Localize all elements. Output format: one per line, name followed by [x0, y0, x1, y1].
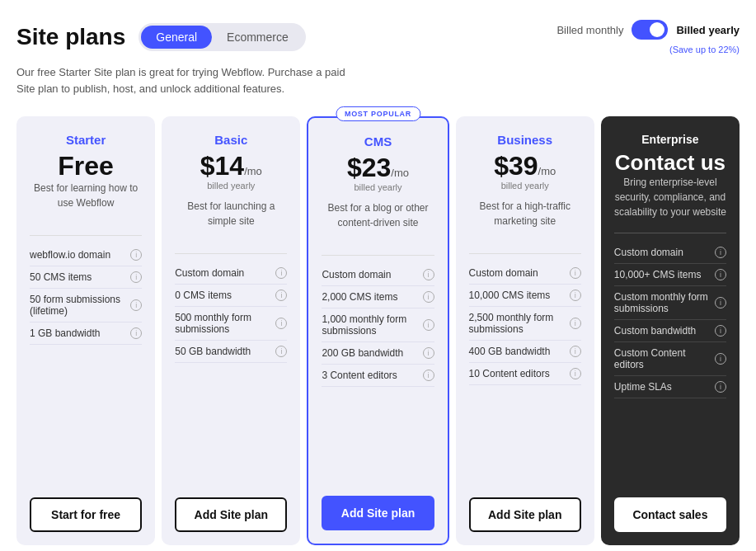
feature-info-icon-cms-1[interactable]: i	[423, 291, 434, 303]
cta-button-basic[interactable]: Add Site plan	[175, 497, 287, 532]
feature-info-icon-enterprise-5[interactable]: i	[715, 381, 726, 393]
plan-cta-enterprise: Contact sales	[614, 484, 726, 532]
feature-text-enterprise-4: Custom Content editors	[614, 347, 715, 370]
feature-text-enterprise-0: Custom domain	[614, 247, 683, 258]
feature-info-icon-basic-0[interactable]: i	[275, 267, 287, 279]
feature-text-starter-1: 50 CMS items	[30, 271, 92, 283]
plan-billed-business: billed yearly	[469, 181, 581, 191]
feature-info-icon-business-4[interactable]: i	[570, 368, 581, 379]
feature-item-business-0: Custom domain i	[469, 262, 581, 285]
feature-info-icon-business-0[interactable]: i	[570, 267, 581, 279]
feature-text-enterprise-1: 10,000+ CMS items	[614, 269, 702, 280]
feature-text-starter-3: 1 GB bandwidth	[30, 327, 100, 339]
feature-info-icon-enterprise-0[interactable]: i	[715, 247, 726, 258]
feature-text-enterprise-2: Custom monthly form submissions	[614, 291, 715, 314]
feature-info-icon-starter-1[interactable]: i	[130, 271, 142, 283]
features-divider-basic	[175, 253, 287, 254]
feature-item-basic-3: 50 GB bandwidth i	[175, 341, 287, 363]
tab-general[interactable]: General	[141, 26, 212, 49]
feature-item-enterprise-3: Custom bandwidth i	[614, 320, 726, 342]
feature-info-icon-cms-0[interactable]: i	[423, 269, 434, 280]
feature-item-enterprise-1: 10,000+ CMS items i	[614, 264, 726, 286]
feature-text-starter-0: webflow.io domain	[30, 249, 110, 261]
feature-info-icon-cms-4[interactable]: i	[423, 370, 434, 381]
plan-name-basic: Basic	[175, 133, 287, 147]
feature-info-icon-starter-2[interactable]: i	[130, 299, 142, 311]
cta-button-starter[interactable]: Start for free	[30, 497, 142, 532]
most-popular-badge: MOST POPULAR	[336, 106, 420, 121]
plan-desc-enterprise: Bring enterprise-level security, complia…	[614, 175, 726, 219]
feature-info-icon-cms-2[interactable]: i	[423, 319, 434, 331]
plan-name-cms: CMS	[322, 134, 434, 148]
plan-desc-starter: Best for learning how to use Webflow	[30, 181, 142, 222]
plan-billed-cms: billed yearly	[322, 182, 434, 192]
features-divider-enterprise	[614, 233, 726, 233]
feature-info-icon-basic-2[interactable]: i	[275, 318, 287, 329]
plan-name-business: Business	[469, 133, 581, 147]
plan-card-business: Business$39/mobilled yearlyBest for a hi…	[456, 116, 594, 545]
feature-item-enterprise-2: Custom monthly form submissions i	[614, 286, 726, 320]
plan-name-starter: Starter	[30, 133, 142, 147]
feature-info-icon-basic-3[interactable]: i	[275, 346, 287, 357]
feature-text-cms-4: 3 Content editors	[322, 370, 397, 381]
plan-desc-basic: Best for launching a simple site	[175, 199, 287, 240]
feature-item-enterprise-4: Custom Content editors i	[614, 342, 726, 376]
feature-info-icon-cms-3[interactable]: i	[423, 347, 434, 359]
cta-button-cms[interactable]: Add Site plan	[322, 496, 434, 530]
feature-info-icon-starter-3[interactable]: i	[130, 327, 142, 339]
feature-text-starter-2: 50 form submissions (lifetime)	[30, 294, 130, 317]
features-divider-cms	[322, 255, 434, 256]
tab-group: General Ecommerce	[139, 23, 306, 51]
plan-price-starter: Free	[30, 152, 142, 181]
feature-info-icon-business-3[interactable]: i	[570, 346, 581, 357]
plan-price-business: $39/mo	[469, 152, 581, 181]
feature-item-cms-3: 200 GB bandwidth i	[322, 342, 434, 365]
feature-item-basic-1: 0 CMS items i	[175, 285, 287, 307]
plan-cta-basic: Add Site plan	[175, 484, 287, 532]
cta-button-enterprise[interactable]: Contact sales	[614, 497, 726, 532]
feature-info-icon-enterprise-1[interactable]: i	[715, 269, 726, 280]
plan-billed-basic: billed yearly	[175, 181, 287, 191]
plans-container: StarterFreeBest for learning how to use …	[16, 116, 740, 545]
tab-ecommerce[interactable]: Ecommerce	[212, 26, 303, 49]
feature-item-basic-2: 500 monthly form submissions i	[175, 307, 287, 341]
feature-info-icon-enterprise-2[interactable]: i	[715, 297, 726, 308]
feature-text-business-3: 400 GB bandwidth	[469, 346, 551, 357]
feature-item-starter-0: webflow.io domain i	[30, 244, 142, 266]
feature-info-icon-starter-0[interactable]: i	[130, 249, 142, 261]
plan-price-basic: $14/mo	[175, 152, 287, 181]
plan-desc-cms: Best for a blog or other content-driven …	[322, 200, 434, 242]
feature-text-cms-3: 200 GB bandwidth	[322, 347, 403, 359]
feature-info-icon-enterprise-4[interactable]: i	[715, 353, 726, 365]
plan-price-enterprise: Contact us	[614, 151, 726, 175]
feature-text-cms-0: Custom domain	[322, 269, 391, 280]
billing-toggle[interactable]	[632, 20, 668, 40]
plan-price-cms: $23/mo	[322, 153, 434, 182]
billing-monthly-label: Billed monthly	[556, 24, 623, 36]
feature-info-icon-basic-1[interactable]: i	[275, 290, 287, 301]
feature-item-enterprise-0: Custom domain i	[614, 242, 726, 264]
plan-card-basic: Basic$14/mobilled yearlyBest for launchi…	[162, 116, 300, 545]
plan-cta-starter: Start for free	[30, 484, 142, 532]
feature-info-icon-business-2[interactable]: i	[570, 318, 581, 329]
feature-item-cms-1: 2,000 CMS items i	[322, 286, 434, 308]
feature-item-cms-4: 3 Content editors i	[322, 365, 434, 387]
plan-cta-business: Add Site plan	[469, 484, 581, 532]
feature-item-business-4: 10 Content editors i	[469, 363, 581, 385]
feature-info-icon-enterprise-3[interactable]: i	[715, 325, 726, 337]
cta-button-business[interactable]: Add Site plan	[469, 497, 581, 532]
feature-item-starter-1: 50 CMS items i	[30, 266, 142, 289]
feature-info-icon-business-1[interactable]: i	[570, 290, 581, 301]
feature-text-basic-2: 500 monthly form submissions	[175, 312, 275, 335]
save-label: (Save up to 22%)	[669, 45, 740, 54]
feature-text-business-2: 2,500 monthly form submissions	[469, 312, 570, 335]
billing-yearly-label: Billed yearly	[676, 24, 740, 36]
billing-toggle-section: Billed monthly Billed yearly (Save up to…	[556, 20, 740, 54]
feature-item-business-1: 10,000 CMS items i	[469, 285, 581, 307]
toggle-knob	[650, 22, 664, 37]
feature-item-starter-3: 1 GB bandwidth i	[30, 323, 142, 345]
feature-item-business-3: 400 GB bandwidth i	[469, 341, 581, 363]
plan-card-cms: MOST POPULARCMS$23/mobilled yearlyBest f…	[307, 116, 448, 545]
feature-item-cms-2: 1,000 monthly form submissions i	[322, 308, 434, 342]
feature-text-basic-3: 50 GB bandwidth	[175, 346, 251, 357]
